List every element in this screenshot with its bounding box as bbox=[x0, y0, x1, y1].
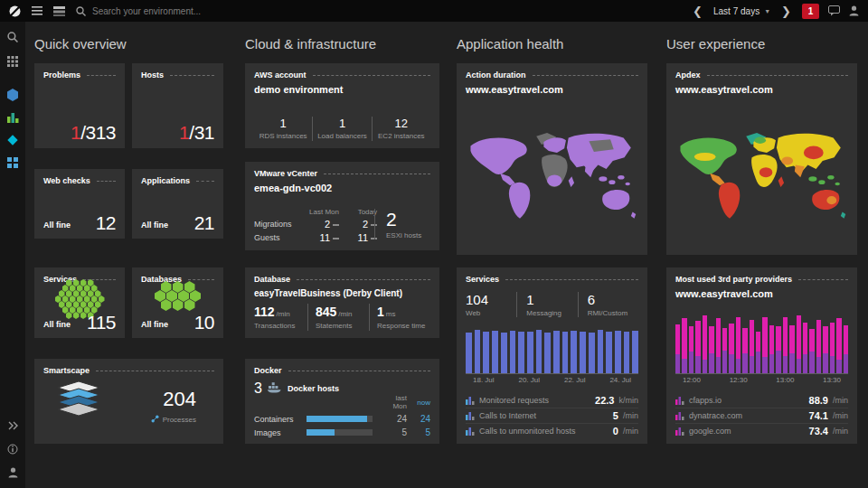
cell-value: 5 bbox=[407, 427, 430, 437]
tile-title: Docker bbox=[254, 366, 430, 375]
stat-messaging: 1 Messaging bbox=[516, 292, 577, 317]
tile-title: Most used 3rd party providers bbox=[675, 275, 848, 284]
pinned-hosts-icon[interactable] bbox=[5, 88, 21, 102]
column-user-experience: User experience Apdex www.easytravel.com bbox=[666, 36, 857, 488]
pinned-services-icon[interactable] bbox=[5, 133, 21, 147]
dashboards-icon[interactable] bbox=[53, 6, 65, 16]
tile-third-party-providers[interactable]: Most used 3rd party providers www.easytr… bbox=[666, 267, 857, 444]
time-back-button[interactable]: ❮ bbox=[691, 5, 704, 17]
sidebar-bottom bbox=[5, 418, 21, 480]
tile-smartscape[interactable]: Smartscape 204 Processes bbox=[34, 359, 223, 444]
chart-x-axis: 18. Jul 20. Jul 22. Jul 24. Jul bbox=[466, 373, 638, 384]
column-header: now bbox=[407, 399, 430, 407]
tile-services-health[interactable]: Services 104 Web 1 Messaging 6 RMI/Custo… bbox=[457, 267, 647, 444]
apps-grid-icon[interactable] bbox=[5, 54, 21, 69]
metric-row[interactable]: dynatrace.com 74.1/min bbox=[675, 408, 848, 423]
tile-title: Problems bbox=[43, 70, 116, 80]
esxi-count: 2 bbox=[386, 209, 430, 230]
chart-x-axis: 12:00 12:30 13:00 13:30 bbox=[675, 373, 848, 384]
metric-chart-icon bbox=[466, 392, 475, 408]
application-name: www.easytravel.com bbox=[675, 288, 848, 299]
column-cloud-infrastructure: Cloud & infrastructure AWS account demo … bbox=[245, 36, 439, 488]
stat-rds: 1 RDS instances bbox=[254, 117, 312, 141]
vcenter-name: emea-gdn-vc002 bbox=[254, 183, 430, 193]
tile-database[interactable]: Database easyTravelBusiness (Derby Clien… bbox=[245, 267, 439, 338]
sidebar-info-icon[interactable] bbox=[5, 442, 21, 456]
column-header: Today bbox=[339, 208, 377, 216]
status-label: All fine bbox=[141, 320, 168, 329]
docker-table: last Mon now Containers 24 24 Images 5 5 bbox=[254, 394, 430, 437]
metric-chart-icon bbox=[675, 408, 684, 424]
cell-value: 24 bbox=[380, 414, 407, 424]
problems-count: 1/313 bbox=[71, 122, 116, 144]
third-party-bar-chart bbox=[675, 306, 848, 373]
metric-row[interactable]: Monitored requests 22.3k/min bbox=[466, 392, 638, 408]
tile-aws-account[interactable]: AWS account demo environment 1 RDS insta… bbox=[245, 63, 439, 148]
user-icon[interactable] bbox=[849, 5, 859, 16]
containers-bar bbox=[307, 416, 373, 422]
applications-count: 21 bbox=[194, 212, 214, 234]
tile-databases[interactable]: Databases All fine 10 bbox=[132, 267, 223, 338]
tile-docker[interactable]: Docker 3 Docker hosts last Mon now Conta… bbox=[245, 359, 439, 444]
metric-row[interactable]: Calls to unmonitored hosts 0/min bbox=[466, 423, 638, 438]
chat-icon[interactable] bbox=[828, 5, 840, 16]
tile-applications[interactable]: Applications All fine 21 bbox=[132, 169, 223, 239]
tile-web-checks[interactable]: Web checks All fine 12 bbox=[34, 169, 125, 239]
tile-action-duration[interactable]: Action duration www.easytravel.com bbox=[457, 63, 647, 255]
tile-title: Web checks bbox=[43, 176, 116, 185]
stat-transactions: 112/min Transactions bbox=[254, 304, 307, 331]
metric-row[interactable]: google.com 73.4/min bbox=[675, 423, 848, 438]
row-label: Images bbox=[254, 428, 305, 437]
metric-chart-icon bbox=[466, 408, 475, 424]
metric-chart-icon bbox=[675, 423, 684, 439]
aws-stats: 1 RDS instances 1 Load balancers 12 EC2 … bbox=[254, 117, 430, 141]
sidebar-search-icon[interactable] bbox=[5, 30, 21, 44]
row-label: Migrations bbox=[254, 220, 301, 229]
search-input[interactable] bbox=[92, 6, 291, 16]
tile-problems[interactable]: Problems 1/313 bbox=[34, 63, 125, 148]
time-range-label: Last 7 days bbox=[713, 6, 760, 16]
metric-row[interactable]: cfapps.io 88.9/min bbox=[675, 392, 848, 408]
processes-label: Processes bbox=[163, 416, 196, 424]
column-title-quick-overview: Quick overview bbox=[34, 36, 223, 52]
status-label: All fine bbox=[43, 221, 71, 230]
web-checks-count: 12 bbox=[96, 212, 116, 234]
tile-title: Action duration bbox=[466, 70, 638, 80]
time-range-selector[interactable]: Last 7 days ▼ bbox=[713, 6, 770, 16]
tile-title: Smartscape bbox=[43, 366, 214, 375]
tile-title: AWS account bbox=[254, 70, 430, 80]
chevron-down-icon: ▼ bbox=[764, 8, 770, 14]
menu-icon[interactable] bbox=[32, 6, 42, 15]
pinned-smartscape-icon[interactable] bbox=[5, 155, 21, 170]
tile-services[interactable]: Services All fine 115 bbox=[34, 267, 125, 338]
provider-metrics: cfapps.io 88.9/min dynatrace.com 74.1/mi… bbox=[675, 392, 848, 438]
column-application-health: Application health Action duration www.e… bbox=[457, 36, 647, 488]
cell-value: 2 bbox=[301, 219, 339, 230]
services-stats: 104 Web 1 Messaging 6 RMI/Custom bbox=[466, 292, 638, 317]
tile-title: Apdex bbox=[675, 70, 848, 80]
sidebar-user-icon[interactable] bbox=[5, 465, 21, 480]
databases-count: 10 bbox=[194, 312, 214, 333]
time-forward-button[interactable]: ❯ bbox=[779, 5, 793, 17]
status-label: All fine bbox=[43, 320, 71, 329]
database-name: easyTravelBusiness (Derby Client) bbox=[254, 288, 430, 298]
sidebar-expand-icon[interactable] bbox=[5, 418, 21, 433]
pinned-chart-icon[interactable] bbox=[5, 110, 21, 125]
stat-statements: 845/min Statements bbox=[307, 304, 369, 331]
stat-ec2: 12 EC2 instances bbox=[372, 117, 430, 141]
cell-value: 11 bbox=[339, 232, 377, 243]
search-bar[interactable] bbox=[76, 6, 291, 16]
problems-badge[interactable]: 1 bbox=[802, 4, 819, 19]
tile-vmware-vcenter[interactable]: VMware vCenter emea-gdn-vc002 Last Mon T… bbox=[245, 162, 439, 250]
dynatrace-logo[interactable] bbox=[9, 5, 21, 17]
status-label: All fine bbox=[141, 221, 168, 230]
metric-row[interactable]: Calls to Internet 5/min bbox=[466, 408, 638, 423]
column-header: Last Mon bbox=[301, 208, 339, 216]
tile-apdex[interactable]: Apdex www.easytravel.com bbox=[666, 63, 857, 255]
images-bar bbox=[307, 429, 373, 436]
process-link-icon bbox=[151, 415, 159, 425]
action-duration-world-map bbox=[466, 110, 638, 248]
tile-hosts[interactable]: Hosts 1/31 bbox=[132, 63, 223, 148]
apdex-world-map bbox=[675, 110, 848, 248]
stat-rmi-custom: 6 RMI/Custom bbox=[578, 292, 638, 317]
